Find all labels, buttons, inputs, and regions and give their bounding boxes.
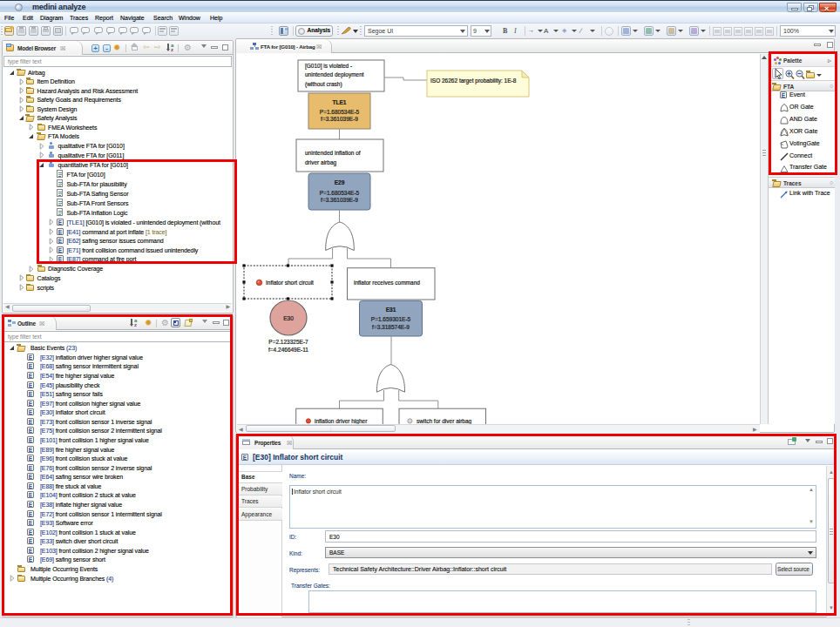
svg-text:Inflator short circuit: Inflator short circuit: [266, 280, 314, 286]
svg-text:P=2.123325E-7: P=2.123325E-7: [268, 339, 308, 345]
svg-text:unintended deployment: unintended deployment: [305, 71, 364, 78]
svg-text:P=1.680534E-5: P=1.680534E-5: [320, 190, 360, 196]
svg-text:[G010] is violated -: [G010] is violated -: [305, 63, 352, 70]
svg-text:(without crash): (without crash): [305, 81, 342, 88]
svg-text:driver airbag: driver airbag: [305, 159, 337, 166]
svg-text:E31: E31: [386, 307, 396, 313]
svg-text:TLE1: TLE1: [333, 99, 347, 105]
svg-text:inflation driver higher: inflation driver higher: [315, 418, 368, 424]
svg-text:P=1.659301E-5: P=1.659301E-5: [371, 316, 411, 322]
svg-text:f=3.318574E-9: f=3.318574E-9: [372, 324, 410, 330]
svg-text:E30: E30: [283, 315, 294, 321]
svg-text:f=3.361039E-9: f=3.361039E-9: [321, 116, 358, 122]
svg-text:switch for diver airbag: switch for diver airbag: [417, 418, 472, 424]
svg-text:f=3.361039E-9: f=3.361039E-9: [321, 197, 358, 203]
svg-text:E29: E29: [335, 179, 345, 185]
svg-text:f=4.246649E-11: f=4.246649E-11: [268, 347, 308, 353]
svg-text:inflator receives command: inflator receives command: [354, 280, 420, 286]
svg-text:P=1.680534E-5: P=1.680534E-5: [320, 109, 360, 115]
svg-text:unintended inflation of: unintended inflation of: [305, 150, 361, 156]
svg-text:ISO 26262 target probability:: ISO 26262 target probability: 1E-8: [430, 78, 517, 84]
